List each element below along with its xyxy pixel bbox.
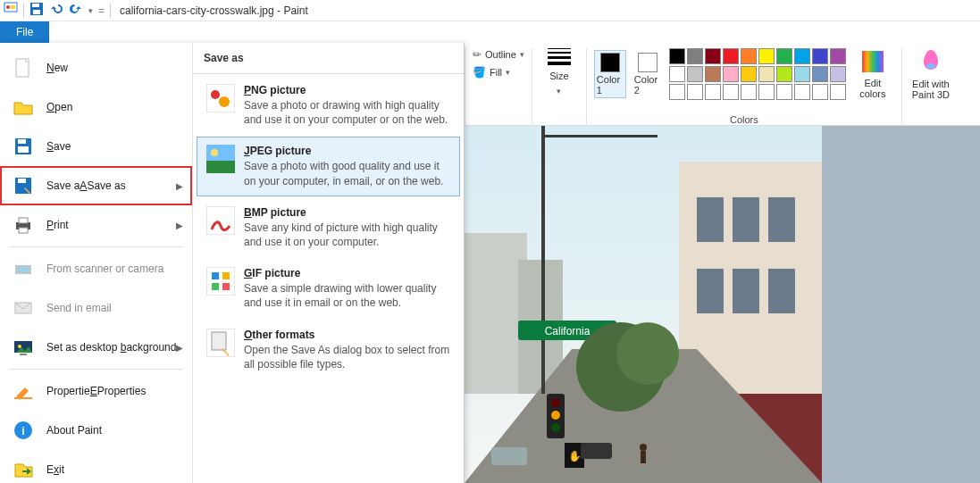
palette-swatch[interactable] xyxy=(794,84,810,100)
fill-dropdown[interactable]: 🪣Fill ▾ xyxy=(473,66,510,79)
svg-point-7 xyxy=(926,63,935,69)
svg-point-34 xyxy=(640,444,647,451)
colors-group-label: Colors xyxy=(730,114,758,125)
palette-swatch[interactable] xyxy=(758,66,775,82)
svg-rect-4 xyxy=(32,4,39,7)
palette-swatch[interactable] xyxy=(794,48,810,64)
bmp-format-icon xyxy=(206,206,235,235)
undo-icon[interactable] xyxy=(49,2,63,19)
size-dropdown[interactable]: Size▾ xyxy=(540,48,579,96)
palette-swatch[interactable] xyxy=(812,66,828,82)
palette-swatch[interactable] xyxy=(776,66,792,82)
outline-dropdown[interactable]: ✏Outline ▾ xyxy=(473,48,524,61)
palette-swatch[interactable] xyxy=(830,84,846,100)
format-description: Save any kind of picture with high quali… xyxy=(244,221,450,249)
palette-swatch[interactable] xyxy=(723,84,739,100)
backstage-props[interactable]: PropertieEProperties xyxy=(0,371,192,411)
saveas-format-gif[interactable]: GIF pictureSave a simple drawing with lo… xyxy=(197,259,460,318)
palette-swatch[interactable] xyxy=(669,84,685,100)
backstage-item-label: PropertieEProperties xyxy=(46,385,146,397)
backstage-new[interactable]: New xyxy=(0,48,192,87)
file-tab[interactable]: File xyxy=(0,21,49,43)
palette-swatch[interactable] xyxy=(687,66,703,82)
backstage-item-label: Save xyxy=(46,140,71,153)
svg-point-57 xyxy=(211,90,220,99)
backstage-exit[interactable]: Exit xyxy=(0,450,192,483)
backstage-save[interactable]: Save xyxy=(0,127,192,166)
palette-swatch[interactable] xyxy=(758,84,775,100)
saveas-icon xyxy=(13,175,34,196)
backstage-email: Send in email xyxy=(0,288,192,328)
qat-dropdown-icon[interactable]: ▾ xyxy=(88,6,93,15)
color-2-slot[interactable]: Color 2 xyxy=(632,50,664,98)
palette-swatch[interactable] xyxy=(812,48,828,64)
open-icon xyxy=(13,96,34,118)
paint-3d-icon xyxy=(918,48,943,73)
backstage-open[interactable]: Open xyxy=(0,87,192,127)
palette-swatch[interactable] xyxy=(669,48,685,64)
backstage-item-label: From scanner or camera xyxy=(46,262,163,275)
color-1-swatch xyxy=(600,53,620,72)
edit-colors-button[interactable]: Edit colors xyxy=(851,49,894,99)
svg-rect-68 xyxy=(222,283,230,290)
canvas-area[interactable]: California ✋ xyxy=(465,126,980,483)
palette-swatch[interactable] xyxy=(705,66,721,82)
svg-rect-63 xyxy=(206,206,235,235)
palette-swatch[interactable] xyxy=(723,48,739,64)
svg-rect-60 xyxy=(206,161,235,173)
format-description: Open the Save As dialog box to select fr… xyxy=(244,343,450,371)
svg-rect-40 xyxy=(18,146,29,153)
paint-3d-button[interactable]: Edit with Paint 3D xyxy=(909,48,952,100)
svg-text:California: California xyxy=(545,325,591,337)
svg-rect-15 xyxy=(733,269,759,313)
format-description: Save a photo with good quality and use i… xyxy=(244,159,450,187)
palette-swatch[interactable] xyxy=(741,84,757,100)
saveas-format-bmp[interactable]: BMP pictureSave any kind of picture with… xyxy=(197,198,460,257)
palette-swatch[interactable] xyxy=(758,48,775,64)
palette-swatch[interactable] xyxy=(776,84,792,100)
backstage-command-list: NewOpenSaveSave aASave as▶Print▶From sca… xyxy=(0,43,193,483)
backstage-saveas[interactable]: Save aASave as▶ xyxy=(0,166,192,205)
backstage-about[interactable]: iAbout Paint xyxy=(0,411,192,450)
backstage-item-label: New xyxy=(46,62,68,74)
svg-rect-70 xyxy=(212,332,226,350)
palette-swatch[interactable] xyxy=(705,84,721,100)
backstage-print[interactable]: Print▶ xyxy=(0,205,192,245)
palette-swatch[interactable] xyxy=(776,48,792,64)
backstage-wallpaper[interactable]: Set as desktop background▶ xyxy=(0,328,192,367)
backstage-item-label: Open xyxy=(46,101,72,113)
gif-format-icon xyxy=(206,267,235,296)
svg-rect-17 xyxy=(465,233,527,394)
palette-swatch[interactable] xyxy=(669,66,685,82)
palette-swatch[interactable] xyxy=(741,48,757,64)
palette-swatch[interactable] xyxy=(830,66,846,82)
new-icon xyxy=(13,57,34,79)
quick-access-toolbar: ▾ = xyxy=(4,2,111,19)
palette-swatch[interactable] xyxy=(812,84,828,100)
palette-swatch[interactable] xyxy=(687,48,703,64)
color-1-slot[interactable]: Color 1 xyxy=(594,50,626,98)
palette-swatch[interactable] xyxy=(741,66,757,82)
submenu-arrow-icon: ▶ xyxy=(176,221,183,230)
palette-swatch[interactable] xyxy=(794,66,810,82)
palette-swatch[interactable] xyxy=(687,84,703,100)
palette-swatch[interactable] xyxy=(705,48,721,64)
backstage-item-label: Exit xyxy=(46,463,64,476)
svg-rect-47 xyxy=(17,267,29,272)
saveas-format-other[interactable]: Other formatsOpen the Save As dialog box… xyxy=(197,321,460,379)
palette-swatch[interactable] xyxy=(723,66,739,82)
canvas-image: California ✋ xyxy=(465,126,822,483)
redo-icon[interactable] xyxy=(69,2,83,19)
svg-rect-33 xyxy=(581,443,612,459)
palette-swatch[interactable] xyxy=(830,48,846,64)
format-title: PNG picture xyxy=(244,84,450,96)
svg-point-25 xyxy=(551,398,560,407)
size-icon xyxy=(548,48,571,65)
jpeg-format-icon xyxy=(206,145,235,173)
submenu-arrow-icon: ▶ xyxy=(176,181,183,191)
color-palette[interactable] xyxy=(669,48,846,100)
save-icon[interactable] xyxy=(29,2,44,19)
saveas-format-png[interactable]: PNG pictureSave a photo or drawing with … xyxy=(197,76,460,135)
saveas-format-jpeg[interactable]: JPEG pictureSave a photo with good quali… xyxy=(197,137,460,196)
scanner-icon xyxy=(13,258,34,279)
